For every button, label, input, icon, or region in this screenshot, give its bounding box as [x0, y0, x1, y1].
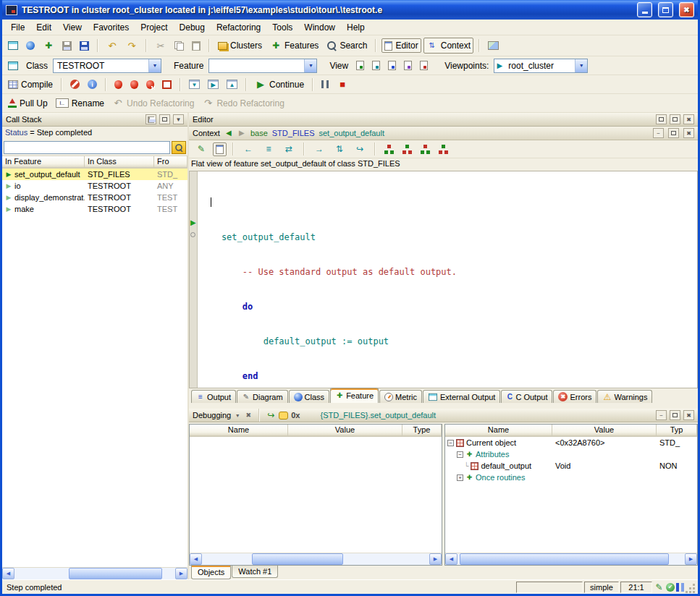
breakpoint-margin[interactable]: ▶: [190, 171, 198, 388]
continue-button[interactable]: ▶Continue: [252, 77, 307, 93]
tab-output[interactable]: ≡Output: [191, 390, 236, 403]
redo-button[interactable]: ↷: [123, 38, 140, 54]
maximize-panel-button[interactable]: [668, 128, 679, 138]
table-row[interactable]: ▶make TESTROOT TEST: [2, 203, 187, 215]
minimize-button[interactable]: [637, 2, 652, 17]
close-panel-button[interactable]: ✖: [683, 410, 694, 420]
history-forward-icon[interactable]: ▶: [237, 127, 246, 139]
menu-file[interactable]: File: [5, 21, 30, 34]
view-flat-button[interactable]: [369, 59, 383, 72]
menu-debug[interactable]: Debug: [174, 21, 211, 34]
restore-button[interactable]: [658, 2, 673, 17]
stop-button[interactable]: ■: [334, 77, 351, 93]
collapse-icon[interactable]: −: [447, 440, 454, 446]
new-window-button[interactable]: [5, 39, 21, 52]
call-stack-hscrollbar[interactable]: ◀ ▶: [2, 567, 187, 579]
maximize-panel-button[interactable]: [670, 410, 680, 420]
features-button[interactable]: ✚Features: [267, 38, 321, 54]
menu-view[interactable]: View: [57, 21, 88, 34]
debugging-caption[interactable]: Debugging ▼ ✖ ↪ 0x {STD_FILES}.set_outpu…: [189, 409, 698, 422]
column-name[interactable]: Name: [445, 425, 552, 437]
objects-tree[interactable]: −Current object <0x32A8760> STD_ −✚Attri…: [445, 437, 697, 553]
ancestor-tree-button[interactable]: [381, 142, 397, 156]
tab-c-output[interactable]: CC Output: [501, 390, 552, 403]
show-descendants-button[interactable]: ⇅: [331, 141, 348, 157]
run-to-cursor-icon[interactable]: ↪: [266, 409, 276, 421]
open-file-button[interactable]: [23, 39, 38, 52]
tree-row-current-object[interactable]: −Current object <0x32A8760> STD_: [445, 437, 697, 448]
copy-button[interactable]: [172, 39, 187, 53]
compile-button[interactable]: Compile: [5, 77, 56, 92]
context-toggle-button[interactable]: ⇅Context: [423, 38, 473, 54]
column-type[interactable]: Type: [402, 425, 442, 437]
show-callers-button[interactable]: ←: [240, 141, 257, 157]
feature-combo[interactable]: ▼: [208, 59, 317, 73]
save-all-button[interactable]: [77, 39, 92, 53]
editor-caption[interactable]: Editor ✖: [189, 113, 698, 127]
redo-refactoring-button[interactable]: ↷Redo Refactoring: [199, 95, 287, 111]
tab-external-output[interactable]: External Output: [423, 390, 500, 403]
search-button[interactable]: Search: [324, 38, 370, 53]
paste-button[interactable]: [189, 39, 203, 53]
scroll-left-button[interactable]: ◀: [2, 568, 14, 579]
scroll-right-button[interactable]: ▶: [685, 553, 697, 565]
ignore-breakpoints-button[interactable]: [67, 77, 83, 91]
expression-bubble-icon[interactable]: [279, 412, 288, 420]
close-panel-button[interactable]: ✖: [683, 128, 694, 138]
save-call-stack-button[interactable]: [146, 114, 156, 124]
show-clients-button[interactable]: ↪: [351, 141, 368, 157]
menu-help[interactable]: Help: [341, 21, 371, 34]
scroll-right-button[interactable]: ▶: [429, 553, 442, 565]
tab-class[interactable]: Class: [289, 390, 330, 403]
class-tool-button[interactable]: [5, 59, 21, 72]
menu-favorites[interactable]: Favorites: [88, 21, 135, 34]
objects-table-hscrollbar[interactable]: ◀ ▶: [445, 553, 697, 565]
close-panel-button[interactable]: ✖: [683, 114, 694, 124]
float-panel-button[interactable]: [159, 114, 170, 124]
class-combo[interactable]: TESTROOT ▼: [53, 59, 161, 73]
close-button[interactable]: ✖: [679, 2, 694, 17]
tab-objects[interactable]: Objects: [191, 566, 231, 579]
viewpoints-combo[interactable]: ▶ root_cluster ▼: [494, 59, 588, 73]
minimize-panel-button[interactable]: −: [653, 128, 664, 138]
menu-tools[interactable]: Tools: [266, 21, 298, 34]
close-debug-icon[interactable]: ✖: [244, 409, 253, 421]
caller-tree-button[interactable]: [418, 142, 433, 156]
tab-feature[interactable]: ✚Feature: [330, 388, 379, 403]
scroll-left-button[interactable]: ◀: [445, 553, 457, 565]
scroll-left-button[interactable]: ◀: [190, 553, 202, 565]
open-in-new-editor-button[interactable]: [213, 142, 227, 156]
editor-toggle-button[interactable]: Editor: [381, 38, 421, 53]
show-callees-button[interactable]: ≡: [260, 141, 277, 157]
debug-info-button[interactable]: i: [85, 77, 100, 91]
tab-errors[interactable]: ✖Errors: [553, 390, 596, 403]
disable-breakpoints-button[interactable]: [127, 78, 141, 91]
column-from[interactable]: Fro: [154, 156, 187, 169]
scroll-thumb[interactable]: [252, 553, 343, 565]
menu-project[interactable]: Project: [135, 21, 173, 34]
column-value[interactable]: Value: [552, 425, 657, 437]
expand-icon[interactable]: +: [457, 474, 463, 481]
history-back-icon[interactable]: ◀: [224, 127, 233, 139]
descendant-tree-button[interactable]: [400, 142, 415, 156]
view-editable-button[interactable]: [353, 59, 367, 72]
table-row[interactable]: ▶io TESTROOT ANY: [2, 180, 187, 192]
callee-tree-button[interactable]: [436, 142, 451, 156]
breadcrumb-cluster[interactable]: base: [250, 129, 268, 137]
cut-button[interactable]: ✂: [152, 38, 169, 54]
viewpoints-combo-arrow[interactable]: ▼: [575, 59, 587, 72]
show-ancestors-button[interactable]: →: [311, 141, 328, 157]
chevron-down-icon[interactable]: ▼: [234, 409, 241, 421]
tab-metric[interactable]: Metric: [379, 390, 422, 403]
scroll-track[interactable]: [457, 553, 685, 565]
view-contract-button[interactable]: [401, 59, 415, 72]
breakpoint-slot-icon[interactable]: [190, 232, 195, 237]
tree-row-attributes[interactable]: −✚Attributes: [445, 448, 697, 460]
scroll-thumb[interactable]: [69, 568, 162, 579]
code-editor[interactable]: set_output_default -- Use standard outpu…: [198, 171, 697, 388]
undo-button[interactable]: ↶: [104, 38, 121, 54]
tab-warnings[interactable]: ⚠Warnings: [597, 390, 652, 403]
step-into-button[interactable]: ▼: [186, 77, 203, 91]
pause-button[interactable]: [319, 78, 332, 90]
minimize-panel-button[interactable]: −: [656, 410, 667, 420]
